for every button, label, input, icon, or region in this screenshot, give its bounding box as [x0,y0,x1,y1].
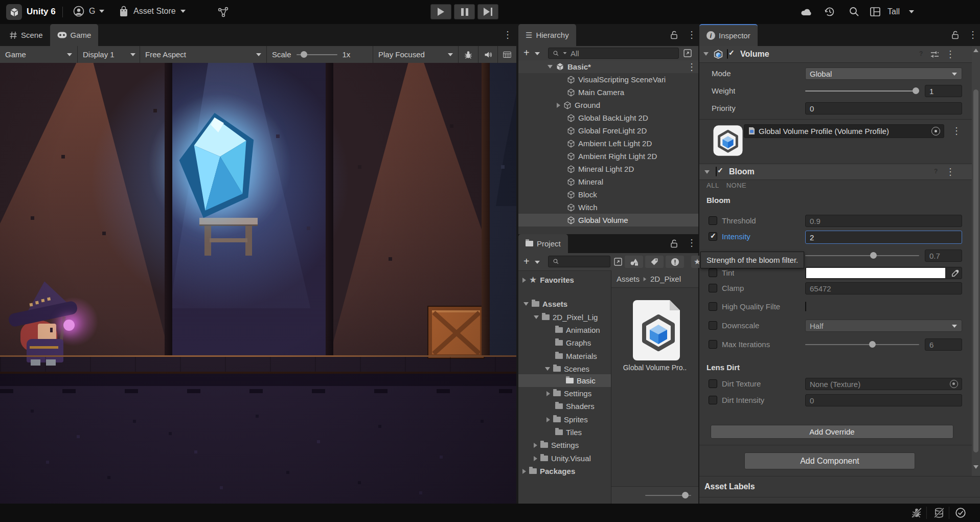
aspect-dropdown[interactable]: Free Aspect [140,46,267,63]
hqf-override-checkbox[interactable] [709,302,717,311]
hierarchy-search-input[interactable]: All [548,48,679,59]
scatter-field[interactable]: 0.7 [925,249,962,262]
project-item-favorites[interactable]: ★Favorites [522,274,609,286]
asset-labels-bar[interactable]: Asset Labels [699,476,980,497]
asset-thumbnail[interactable] [633,300,684,360]
clamp-checkbox[interactable] [709,284,717,292]
downscale-checkbox[interactable] [709,321,717,330]
game-viewport[interactable] [0,63,516,504]
debug-toggle-button[interactable] [459,46,478,63]
weight-field[interactable]: 1 [925,85,962,97]
project-item[interactable]: 2D_Pixel_Lig [534,311,611,324]
inspector-scrollbar[interactable] [972,46,980,476]
intensity-checkbox[interactable] [709,232,717,241]
asset-store-menu[interactable]: Asset Store [119,5,186,17]
component-enabled-checkbox[interactable] [727,49,728,59]
version-control-button[interactable] [217,6,230,18]
dirt-texture-field[interactable]: None (Texture) [805,378,962,390]
downscale-dropdown[interactable]: Half [805,320,962,332]
scroll-down-icon[interactable] [973,465,978,469]
bloom-enabled-checkbox[interactable] [716,167,717,176]
presets-icon[interactable] [930,51,939,58]
scene-row-menu[interactable] [687,62,696,72]
game-panel-menu[interactable] [503,30,512,39]
hierarchy-panel-menu[interactable] [687,30,696,39]
tab-scene[interactable]: Scene [2,24,50,46]
project-item[interactable]: Materials [555,350,611,362]
eyedropper-icon[interactable] [951,269,959,277]
hierarchy-item[interactable]: Main Camera [567,86,698,99]
profile-thumbnail[interactable] [712,125,744,156]
cache-server-button[interactable] [931,507,947,519]
status-ok-button[interactable] [953,507,968,519]
priority-field[interactable]: 0 [805,102,962,115]
project-item[interactable]: Settings [534,439,611,451]
tint-checkbox[interactable] [709,268,717,277]
expander-icon[interactable] [557,103,560,108]
bloom-override-header[interactable]: Bloom [699,164,980,180]
project-item[interactable]: Assets [523,298,610,310]
chevron-down-icon[interactable] [535,261,540,264]
unlock-icon[interactable] [951,30,960,40]
hierarchy-item[interactable]: Mineral Light 2D [567,163,698,175]
expander-icon[interactable] [546,391,550,396]
hierarchy-item[interactable]: VisualScripting SceneVari [567,73,698,86]
search-button[interactable] [848,6,860,18]
tab-inspector[interactable]: i Inspector [699,24,758,46]
project-item[interactable]: Tiles [555,426,611,439]
tab-game[interactable]: Game [50,24,99,46]
project-item[interactable]: Shaders [555,400,611,413]
threshold-checkbox[interactable] [709,216,717,225]
max-iterations-field[interactable]: 6 [925,338,962,351]
layout-button[interactable]: Tall [869,6,914,18]
project-item[interactable]: Unity.Visual [534,452,611,465]
volume-component-header[interactable]: Volume [699,46,980,63]
dirt-texture-checkbox[interactable] [709,379,717,388]
object-picker-icon[interactable] [950,380,958,388]
none-button[interactable]: NONE [726,181,747,189]
hierarchy-item[interactable]: Global ForeLight 2D [567,124,698,137]
expander-icon[interactable] [703,52,709,56]
expander-icon[interactable] [534,443,537,448]
add-override-button[interactable]: Add Override [711,425,953,439]
account-menu[interactable]: G [73,5,104,17]
mute-audio-button[interactable] [478,46,498,63]
component-menu[interactable] [946,50,955,59]
cloud-button[interactable] [800,7,813,17]
expander-icon[interactable] [545,367,550,371]
project-item-selected[interactable]: Basic [566,374,611,387]
breadcrumb-current[interactable]: 2D_Pixel [650,275,681,283]
hierarchy-item[interactable]: Ground [557,99,698,111]
unlock-icon[interactable] [670,30,679,40]
maximize-icon[interactable] [613,257,623,266]
project-item[interactable]: Scenes [545,362,611,375]
project-item[interactable]: Graphs [555,336,611,349]
scrollbar-thumb[interactable] [973,89,978,452]
max-iterations-slider[interactable] [805,338,919,351]
scale-slider[interactable] [297,49,337,61]
game-target-dropdown[interactable]: Game [0,46,78,63]
inspector-panel-menu[interactable] [968,30,977,39]
hierarchy-scene-row[interactable]: Basic* [518,60,698,73]
profile-menu[interactable] [952,126,961,135]
stats-button[interactable] [498,46,516,63]
expander-icon[interactable] [534,456,537,461]
hierarchy-item[interactable]: Mineral [567,175,698,188]
filter-by-label-button[interactable] [645,256,664,268]
create-button[interactable] [523,256,530,266]
pause-button[interactable] [454,4,475,19]
project-item[interactable]: Packages [522,465,609,478]
play-button[interactable] [430,4,451,19]
breadcrumb-root[interactable]: Assets [617,275,640,283]
hqf-value-checkbox[interactable] [805,302,806,311]
undo-history-button[interactable] [824,6,836,18]
tab-project[interactable]: Project [518,234,568,253]
maximize-icon[interactable] [683,49,692,58]
scroll-up-icon[interactable] [973,49,978,52]
profile-object-field[interactable]: Global Volume Profile (Volume Profile) [744,124,944,138]
clamp-field[interactable]: 65472 [805,282,962,294]
expander-icon[interactable] [522,278,526,283]
project-item[interactable]: Sprites [546,413,611,426]
weight-slider[interactable] [805,85,919,97]
object-picker-icon[interactable] [931,127,940,135]
